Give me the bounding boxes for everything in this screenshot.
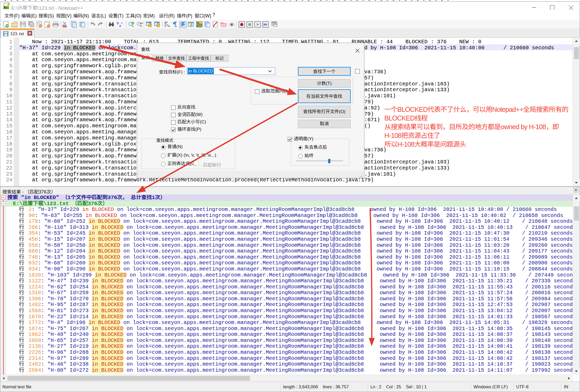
svg-text:b: b bbox=[117, 21, 119, 25]
svg-text:a: a bbox=[119, 24, 121, 28]
